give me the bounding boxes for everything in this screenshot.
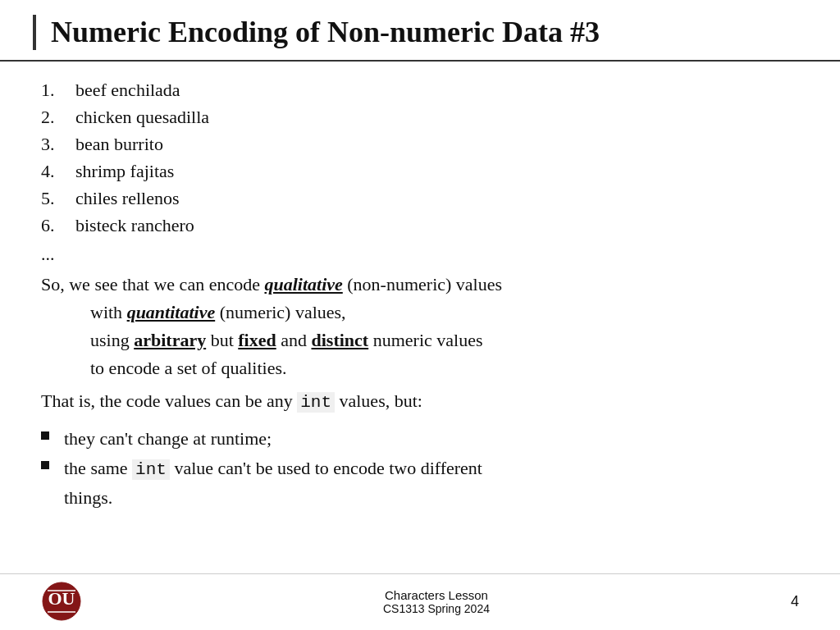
header-bar <box>33 15 36 50</box>
footer-lesson: Characters Lesson <box>383 588 490 602</box>
bullet-item-1: they can't change at runtime; <box>41 425 799 453</box>
distinct-text: distinct <box>312 330 369 350</box>
list-item: 6. bisteck ranchero <box>41 212 799 239</box>
fixed-text: fixed <box>238 330 276 350</box>
bullet-list: they can't change at runtime; the same i… <box>41 425 799 514</box>
slide-title: Numeric Encoding of Non-numeric Data #3 <box>51 15 600 50</box>
qualitative-text: qualitative <box>264 274 342 294</box>
list-num: 5. <box>41 185 75 212</box>
list-num: 3. <box>41 130 75 158</box>
list-item: 3. bean burrito <box>41 130 799 158</box>
list-text: beef enchilada <box>75 76 180 103</box>
list-num: 2. <box>41 103 75 130</box>
content-area: 1. beef enchilada 2. chicken quesadilla … <box>0 62 840 573</box>
para-line-2: with quantitative (numeric) values, <box>90 299 799 326</box>
quantitative-text: quantitative <box>127 302 216 322</box>
footer-page: 4 <box>791 593 799 610</box>
list-item: 2. chicken quesadilla <box>41 103 799 130</box>
list-text: shrimp fajitas <box>75 158 174 185</box>
footer-course: CS1313 Spring 2024 <box>383 602 490 615</box>
footer: OU Characters Lesson CS1313 Spring 2024 … <box>0 573 840 630</box>
list-text: bean burrito <box>75 130 163 158</box>
main-paragraph: So, we see that we can encode qualitativ… <box>41 271 799 382</box>
ellipsis-text: ... <box>41 242 799 267</box>
bullet-item-2: the same int value can't be used to enco… <box>41 454 799 512</box>
that-line: That is, the code values can be any int … <box>41 387 799 417</box>
arbitrary-text: arbitrary <box>134 330 206 350</box>
bullet-text-2: the same int value can't be used to enco… <box>64 454 799 512</box>
footer-center: Characters Lesson CS1313 Spring 2024 <box>383 588 490 615</box>
int-code-2: int <box>132 459 170 480</box>
list-text: chiles rellenos <box>75 185 179 212</box>
list-num: 6. <box>41 212 75 239</box>
list-num: 4. <box>41 158 75 185</box>
para-line-4: to encode a set of qualities. <box>90 354 799 382</box>
header: Numeric Encoding of Non-numeric Data #3 <box>0 0 840 62</box>
para-line-3: using arbitrary but fixed and distinct n… <box>90 326 799 354</box>
int-code-1: int <box>297 392 335 413</box>
list-item: 1. beef enchilada <box>41 76 799 103</box>
para-line-1: So, we see that we can encode qualitativ… <box>41 271 799 299</box>
slide: Numeric Encoding of Non-numeric Data #3 … <box>0 0 840 630</box>
list-item: 5. chiles rellenos <box>41 185 799 212</box>
list-text: chicken quesadilla <box>75 103 209 130</box>
food-list: 1. beef enchilada 2. chicken quesadilla … <box>41 76 799 239</box>
bullet-square-icon <box>41 431 49 440</box>
list-num: 1. <box>41 76 75 103</box>
ou-logo: OU <box>41 581 82 622</box>
list-item: 4. shrimp fajitas <box>41 158 799 185</box>
bullet-square-icon <box>41 461 49 469</box>
bullet-text-1: they can't change at runtime; <box>64 425 799 453</box>
list-text: bisteck ranchero <box>75 212 194 239</box>
